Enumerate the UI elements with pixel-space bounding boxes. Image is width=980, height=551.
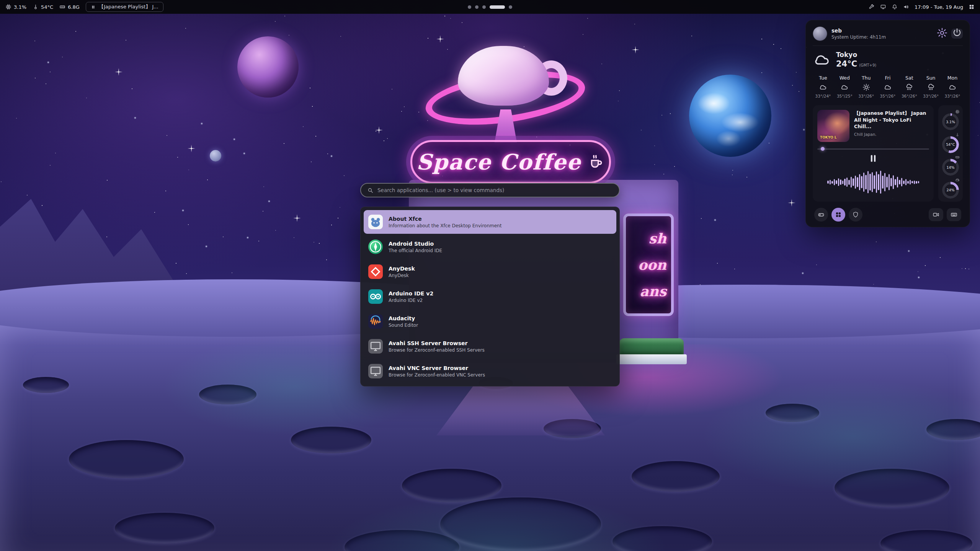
gamepad-button[interactable] xyxy=(814,208,828,222)
waveform-bar xyxy=(865,175,867,189)
waveform-bar xyxy=(846,178,848,187)
media-progress-bar[interactable] xyxy=(817,147,929,151)
waveform-bar xyxy=(857,177,858,187)
waveform-bar xyxy=(827,181,829,184)
search-input[interactable] xyxy=(377,187,613,193)
forecast-day-label: Thu xyxy=(862,75,871,81)
app-title: Android Studio xyxy=(389,241,442,247)
waveform-bar xyxy=(918,181,920,183)
media-subtitle: Chill Japan. xyxy=(854,132,929,137)
launcher-result-item[interactable]: AnyDesk AnyDesk xyxy=(364,260,616,284)
app-description: Sound Editor xyxy=(389,323,418,328)
forecast-day-label: Fri xyxy=(885,75,891,81)
quick-buttons-right xyxy=(929,208,961,221)
media-pill[interactable]: 【Japanese Playlist】 J... xyxy=(86,2,163,12)
user-row: seb System Uptime: 4h11m xyxy=(813,26,963,41)
audacity-app-icon xyxy=(368,314,383,329)
waveform-bar xyxy=(901,178,903,186)
workspace-dots xyxy=(468,0,512,14)
forecast-day: Wed35°/25° xyxy=(835,75,854,98)
app-title: Audacity xyxy=(389,315,418,321)
pause-icon xyxy=(91,5,96,10)
launcher-result-item[interactable]: Arduino IDE v2 Arduino IDE v2 xyxy=(364,285,616,308)
video-button[interactable] xyxy=(929,208,943,221)
waveform-bar xyxy=(876,171,877,193)
launcher-result-item[interactable]: About Xfce Information about the Xfce De… xyxy=(364,210,616,234)
crater xyxy=(115,513,214,543)
workspace-dot-active[interactable] xyxy=(490,5,505,9)
launcher-results: About Xfce Information about the Xfce De… xyxy=(360,207,620,386)
launcher-result-item[interactable]: Avahi SSH Server Browser Browse for Zero… xyxy=(364,334,616,358)
waveform-bar xyxy=(893,175,894,189)
album-art-text: TOKYO L xyxy=(820,135,836,139)
system-gauges: 3.1%54°C14%24% xyxy=(938,105,963,202)
app-title: AnyDesk xyxy=(389,266,415,272)
gauge-value: 24% xyxy=(942,182,959,199)
workspace-dot[interactable] xyxy=(468,5,471,9)
launcher-search-bar[interactable] xyxy=(360,183,620,197)
cpu-icon xyxy=(5,4,11,10)
waveform-bar xyxy=(882,176,884,189)
cloud-icon xyxy=(813,51,831,69)
disk-gauge: 24% xyxy=(941,177,960,199)
avahi-app-icon xyxy=(368,339,383,354)
memory-gauge: 14% xyxy=(941,154,960,176)
bell-icon[interactable] xyxy=(892,4,898,10)
temperature-indicator[interactable]: 54°C xyxy=(33,4,53,10)
space-coffee-neon-sign: Space Coffee xyxy=(410,140,611,184)
cpu-icon xyxy=(955,108,960,113)
forecast-temps: 35°/26° xyxy=(880,94,896,98)
neon-sign-text: Space Coffee xyxy=(416,149,581,174)
memory-icon xyxy=(59,4,65,10)
waveform-bar xyxy=(899,180,900,184)
tools-icon[interactable] xyxy=(869,4,875,10)
launcher-result-item[interactable]: Audacity Sound Editor xyxy=(364,310,616,333)
avatar[interactable] xyxy=(813,26,827,41)
cpu-value: 3.1% xyxy=(14,4,26,10)
search-icon xyxy=(367,187,374,194)
forecast-temps: 33°/26° xyxy=(858,94,874,98)
launcher-result-item[interactable]: Android Studio The official Android IDE xyxy=(364,235,616,259)
settings-button[interactable] xyxy=(936,29,948,39)
temperature-value: 54°C xyxy=(41,4,53,10)
power-button[interactable] xyxy=(951,29,963,39)
app-description: AnyDesk xyxy=(389,273,415,278)
app-description: Arduino IDE v2 xyxy=(389,298,433,303)
media-pill-label: 【Japanese Playlist】 J... xyxy=(99,3,158,10)
forecast-day-label: Sun xyxy=(926,75,936,81)
apps-button[interactable] xyxy=(831,208,845,222)
progress-handle[interactable] xyxy=(821,147,825,151)
app-grid-icon[interactable] xyxy=(969,4,975,10)
waveform-bar xyxy=(855,176,856,189)
media-player: TOKYO L 【Japanese Playlist】 Japan All Ni… xyxy=(813,105,934,202)
window-neon-text: sh xyxy=(649,230,666,246)
cloud-icon xyxy=(948,83,957,91)
app-description: Browse for Zeroconf-enabled VNC Servers xyxy=(389,372,485,378)
workspace-dot[interactable] xyxy=(509,5,512,9)
small-moon xyxy=(210,150,221,161)
earth xyxy=(689,75,771,157)
keyboard-button[interactable] xyxy=(947,208,961,221)
waveform-bar xyxy=(910,180,911,184)
launcher-result-item[interactable]: Avahi VNC Server Browser Browse for Zero… xyxy=(364,359,616,383)
workspace-dot[interactable] xyxy=(475,5,479,9)
pause-button[interactable] xyxy=(867,153,879,165)
arduino-app-icon xyxy=(368,289,383,304)
cloud-icon xyxy=(819,83,827,91)
star-sparkle xyxy=(788,199,795,207)
album-art[interactable]: TOKYO L xyxy=(817,110,849,142)
memory-indicator[interactable]: 6.8G xyxy=(59,4,80,10)
clock[interactable]: 17:09 - Tue, 19 Aug xyxy=(915,4,963,10)
topbar-right: 17:09 - Tue, 19 Aug xyxy=(869,4,975,10)
cpu-indicator[interactable]: 3.1% xyxy=(5,4,26,10)
weather-widget[interactable]: Tokyo 24°C (GMT+9) xyxy=(813,51,963,69)
forecast-day: Thu33°/26° xyxy=(857,75,876,98)
keyboard-icon xyxy=(951,211,957,218)
shield-button[interactable] xyxy=(849,208,862,222)
volume-icon[interactable] xyxy=(903,4,909,10)
forecast-day-label: Wed xyxy=(840,75,850,81)
gamepad-icon xyxy=(818,211,825,218)
display-icon[interactable] xyxy=(880,4,886,10)
waveform-bar xyxy=(889,174,890,190)
workspace-dot[interactable] xyxy=(482,5,486,9)
